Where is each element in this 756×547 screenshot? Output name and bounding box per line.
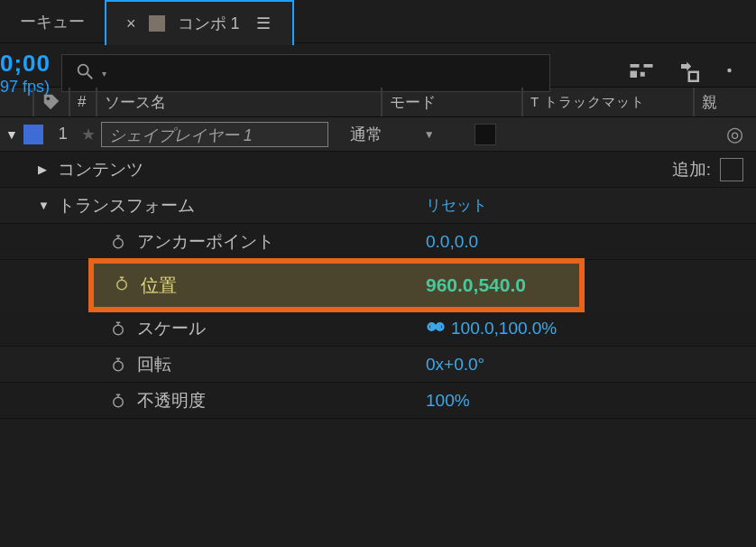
prop-position[interactable]: 位置 960.0,540.0 [0, 260, 756, 311]
chevron-down-icon: ▼ [424, 128, 435, 141]
layer-name-input[interactable]: シェイプレイヤー 1 [101, 122, 328, 147]
tab-previous[interactable]: ーキュー [0, 0, 105, 42]
svg-point-0 [78, 64, 88, 74]
search-icon [75, 61, 95, 86]
column-header: # ソース名 モード T トラックマット 親 [0, 87, 756, 117]
search-caret-icon[interactable]: ▾ [102, 69, 106, 79]
rotation-value[interactable]: 0x+0.0° [426, 355, 756, 375]
rotation-label: 回転 [137, 353, 171, 376]
add-menu-button[interactable] [720, 158, 743, 181]
stopwatch-icon[interactable] [110, 393, 126, 409]
col-number[interactable]: # [69, 88, 96, 116]
prop-contents[interactable]: ▶ コンテンツ 追加: [0, 152, 756, 188]
scale-value[interactable]: 100.0,100.0% [426, 319, 756, 338]
switches-icon[interactable] [628, 60, 655, 87]
tab-bar: ーキュー × コンポ 1 ☰ [0, 0, 756, 43]
blend-mode-select[interactable]: 通常▼ [332, 124, 473, 145]
layer-twirl-icon[interactable]: ▼ [5, 127, 18, 142]
blend-mode-value: 通常 [350, 124, 383, 145]
reset-link[interactable]: リセット [426, 195, 756, 216]
layer-index: 1 [51, 125, 76, 144]
stopwatch-icon[interactable] [110, 234, 126, 250]
prop-contents-label: コンテンツ [58, 158, 143, 181]
panel-menu-icon[interactable]: ☰ [256, 14, 272, 33]
col-visibility[interactable] [4, 88, 32, 116]
prop-opacity[interactable]: 不透明度 100% [0, 383, 756, 419]
tab-comp1[interactable]: × コンポ 1 ☰ [105, 0, 294, 45]
shy-icon[interactable] [677, 60, 704, 87]
timecode-value: 0;00 [0, 50, 51, 78]
svg-point-8 [114, 238, 124, 248]
favorite-icon[interactable]: ★ [81, 125, 96, 144]
comp-chip-icon [149, 15, 165, 32]
layer-row-1[interactable]: ▼ 1 ★ シェイプレイヤー 1 通常▼ ◎ [0, 117, 756, 152]
svg-rect-5 [641, 72, 645, 77]
stopwatch-icon[interactable] [114, 275, 130, 296]
anchor-value[interactable]: 0.0,0.0 [426, 232, 756, 252]
svg-point-18 [114, 361, 124, 371]
prop-transform[interactable]: ▼ トランスフォーム リセット [0, 188, 756, 224]
stopwatch-icon[interactable] [110, 357, 126, 373]
col-mode[interactable]: モード [381, 88, 521, 116]
prop-transform-label: トランスフォーム [58, 194, 195, 218]
opacity-label: 不透明度 [137, 389, 206, 413]
anchor-label: アンカーポイント [137, 230, 274, 254]
svg-point-14 [114, 325, 124, 335]
close-icon[interactable]: × [126, 14, 136, 33]
svg-point-7 [47, 97, 51, 101]
add-label: 追加: [672, 158, 711, 181]
svg-rect-2 [631, 64, 640, 68]
timeline-header: 0;00 97 fps) ▾ [0, 43, 756, 87]
graph-editor-icon[interactable] [725, 60, 742, 87]
scale-label: スケール [137, 317, 206, 340]
svg-point-11 [117, 280, 127, 290]
search-input[interactable]: ▾ [61, 54, 550, 92]
timeline-toolbar [628, 60, 747, 87]
col-track-matte[interactable]: T トラックマット [521, 88, 693, 116]
svg-rect-17 [431, 326, 439, 328]
opacity-value[interactable]: 100% [426, 391, 756, 411]
prop-anchor-point[interactable]: アンカーポイント 0.0,0.0 [0, 224, 756, 260]
svg-point-6 [727, 69, 732, 73]
prop-scale[interactable]: スケール 100.0,100.0% [0, 311, 756, 347]
parent-pickwhip-icon[interactable]: ◎ [726, 123, 743, 146]
svg-rect-3 [644, 64, 653, 68]
position-value[interactable]: 960.0,540.0 [426, 274, 756, 296]
twirl-down-icon[interactable]: ▼ [38, 199, 58, 212]
position-label: 位置 [141, 274, 177, 298]
link-icon[interactable] [426, 319, 446, 338]
svg-point-21 [114, 397, 124, 407]
col-source-name[interactable]: ソース名 [96, 88, 381, 116]
stopwatch-icon[interactable] [110, 320, 126, 337]
col-label[interactable] [32, 88, 69, 116]
tab-label: コンポ 1 [178, 13, 240, 34]
layer-color-chip[interactable] [23, 125, 43, 144]
track-matte-select[interactable] [475, 124, 496, 145]
prop-rotation[interactable]: 回転 0x+0.0° [0, 347, 756, 383]
col-parent[interactable]: 親 [693, 88, 752, 116]
svg-line-1 [88, 73, 93, 79]
svg-rect-4 [631, 71, 638, 79]
twirl-right-icon[interactable]: ▶ [38, 162, 58, 176]
